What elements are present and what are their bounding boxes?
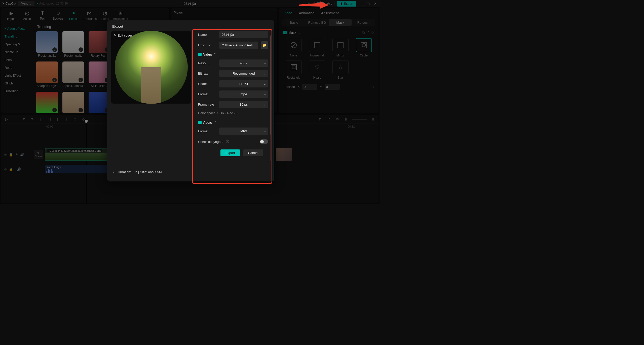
close-icon[interactable]: ✕ bbox=[373, 1, 377, 6]
audio-format-select[interactable]: MP3 bbox=[219, 128, 268, 135]
keyframe-icon[interactable]: ◇ bbox=[371, 85, 374, 89]
zoom-in-icon[interactable]: ⊕ bbox=[370, 117, 375, 122]
playhead[interactable] bbox=[86, 121, 86, 203]
subtab-removebg[interactable]: Remove BG bbox=[306, 19, 329, 26]
video-checkbox[interactable]: ✓ bbox=[198, 53, 202, 56]
export-button[interactable]: ⬆ Export bbox=[337, 1, 356, 7]
preview-icon[interactable]: ⧉ bbox=[335, 117, 340, 122]
pointer-tool-icon[interactable]: ▷ bbox=[4, 117, 9, 122]
link-icon[interactable]: ⇄ bbox=[326, 117, 331, 122]
split-right-icon[interactable]: ⟧ bbox=[64, 117, 69, 122]
split-icon[interactable]: ⟦⟧ bbox=[47, 117, 52, 122]
effect-item[interactable] bbox=[62, 92, 84, 113]
audio-icon[interactable]: 🔊 bbox=[17, 167, 21, 171]
tab-effects[interactable]: ✦Effects bbox=[66, 10, 82, 21]
lock-icon[interactable]: 🔒 bbox=[9, 153, 13, 156]
sidebar-item-opening[interactable]: Opening & ... bbox=[1, 40, 34, 48]
tab-video[interactable]: Video bbox=[283, 11, 292, 15]
tab-stickers[interactable]: ☺Stickers bbox=[50, 10, 66, 21]
project-title: 0314 (3) bbox=[184, 2, 196, 6]
effect-item[interactable] bbox=[36, 92, 58, 113]
effect-item[interactable]: Froste...uality bbox=[36, 31, 58, 57]
colorspace-note: Color space: SDR - Rec.709 bbox=[198, 111, 268, 115]
inspector-panel: Video Animation Adjustment Basic Remove … bbox=[279, 8, 378, 113]
sidebar-item-nightclub[interactable]: Nightclub bbox=[1, 48, 34, 56]
position-y-input[interactable] bbox=[325, 84, 340, 90]
effect-item[interactable]: Spook...amera bbox=[62, 61, 84, 88]
split-left-icon[interactable]: ⟦ bbox=[55, 117, 60, 122]
sidebar-item-lens[interactable]: Lens bbox=[1, 56, 34, 64]
tab-animation[interactable]: Animation bbox=[299, 11, 315, 15]
tab-text[interactable]: TText bbox=[35, 10, 50, 21]
sidebar-item-lighteffect[interactable]: Light Effect bbox=[1, 72, 34, 79]
name-input[interactable] bbox=[219, 31, 268, 38]
tab-audio[interactable]: ◴Audio bbox=[19, 10, 35, 21]
sidebar-item-distortion[interactable]: Distortion bbox=[1, 87, 34, 95]
codec-select[interactable]: H.264 bbox=[219, 80, 268, 87]
framerate-select[interactable]: 30fps bbox=[219, 101, 268, 108]
tab-transitions[interactable]: ⋈Transitions bbox=[82, 10, 97, 21]
reset-icon[interactable]: ↺ bbox=[367, 30, 369, 35]
exportto-label: Export to bbox=[198, 43, 217, 47]
keyframe-icon[interactable]: ◇ bbox=[371, 30, 374, 35]
mask-circle[interactable]: Circle bbox=[354, 38, 374, 57]
svg-rect-10 bbox=[292, 66, 295, 69]
visible-icon[interactable]: 👁 bbox=[15, 153, 18, 156]
sidebar-item-retro[interactable]: Retro bbox=[1, 64, 34, 72]
video-clip[interactable] bbox=[276, 148, 292, 161]
audio-checkbox[interactable]: ✓ bbox=[198, 121, 202, 124]
sidebar-header[interactable]: • Video effects bbox=[1, 25, 34, 33]
tab-import[interactable]: ▶Import bbox=[4, 10, 19, 21]
effect-item[interactable]: Sharpen Edges bbox=[36, 61, 58, 88]
position-x-input[interactable] bbox=[302, 84, 317, 90]
dialog-scrollbar[interactable] bbox=[270, 35, 271, 161]
zoom-slider[interactable] bbox=[352, 119, 367, 120]
browse-folder-button[interactable]: 📁 bbox=[261, 41, 268, 49]
mask-none[interactable]: None bbox=[283, 38, 304, 57]
svg-line-1 bbox=[292, 43, 296, 47]
effect-item[interactable]: Froste...uality bbox=[62, 31, 84, 57]
bitrate-select[interactable]: Recommended bbox=[219, 70, 268, 77]
mask-heart[interactable]: ♡Heart bbox=[307, 60, 327, 79]
dialog-cancel-button[interactable]: Cancel bbox=[243, 149, 263, 156]
app-logo: ✕CapCut bbox=[2, 2, 16, 5]
layout-icon[interactable]: ▥ bbox=[306, 1, 312, 6]
copyright-toggle[interactable] bbox=[260, 139, 268, 144]
subtab-basic[interactable]: Basic bbox=[282, 19, 306, 26]
magnet-icon[interactable]: ⊓ bbox=[318, 117, 323, 122]
dialog-export-button[interactable]: Export bbox=[220, 149, 240, 156]
resolution-select[interactable]: 480P bbox=[219, 59, 268, 67]
redo-icon[interactable]: ↷ bbox=[30, 117, 35, 122]
mute-icon[interactable]: ⊘ bbox=[4, 153, 7, 156]
tab-adjustment[interactable]: ⊞Adjustment bbox=[113, 10, 128, 21]
format-select[interactable]: mp4 bbox=[219, 90, 268, 98]
maximize-icon[interactable]: ▢ bbox=[366, 1, 370, 6]
shortcut-button[interactable]: ⌨ Shortcu bbox=[314, 1, 334, 6]
zoom-out-icon[interactable]: ⊖ bbox=[343, 117, 348, 122]
mute-icon[interactable]: ⊘ bbox=[4, 167, 7, 171]
tab-adjustment[interactable]: Adjustment bbox=[321, 11, 339, 15]
subtab-mask[interactable]: Mask bbox=[329, 19, 352, 26]
cover-button[interactable]: ✎Cover bbox=[34, 150, 43, 159]
help-icon[interactable]: ⓘ bbox=[226, 139, 229, 144]
mask-star[interactable]: ☆Star bbox=[330, 60, 351, 79]
copyright-label: Check copyright? bbox=[198, 140, 223, 144]
undo-icon[interactable]: ↶ bbox=[21, 117, 26, 122]
lock-icon[interactable]: 🔒 bbox=[9, 167, 13, 171]
subtab-retouch[interactable]: Retouch bbox=[352, 19, 375, 26]
menu-button[interactable]: Menu⌄ bbox=[18, 1, 34, 6]
audio-icon[interactable]: 🔊 bbox=[20, 153, 24, 156]
tab-filters[interactable]: ◔Filters bbox=[97, 10, 113, 21]
mask-rectangle[interactable]: Rectangle bbox=[283, 60, 304, 79]
autosave-status: ●Auto saved: 19:30:39 bbox=[36, 2, 68, 5]
video-clip[interactable]: f701ddc344182d043328aa4e765da551.png bbox=[45, 148, 108, 161]
sidebar-item-glitch[interactable]: Glitch bbox=[1, 79, 34, 87]
minimize-icon[interactable]: — bbox=[359, 1, 363, 6]
mask-mirror[interactable]: Mirror bbox=[330, 38, 351, 57]
mask-horizontal[interactable]: Horizontal bbox=[307, 38, 327, 57]
mask-checkbox[interactable]: ✓ bbox=[283, 31, 287, 34]
sidebar-item-trending[interactable]: Trending bbox=[1, 33, 34, 40]
edit-cover-button[interactable]: ✎ Edit cover bbox=[114, 34, 132, 37]
copy-icon[interactable]: ⧉ bbox=[362, 30, 365, 35]
crop-icon[interactable]: ⬚ bbox=[72, 117, 78, 122]
